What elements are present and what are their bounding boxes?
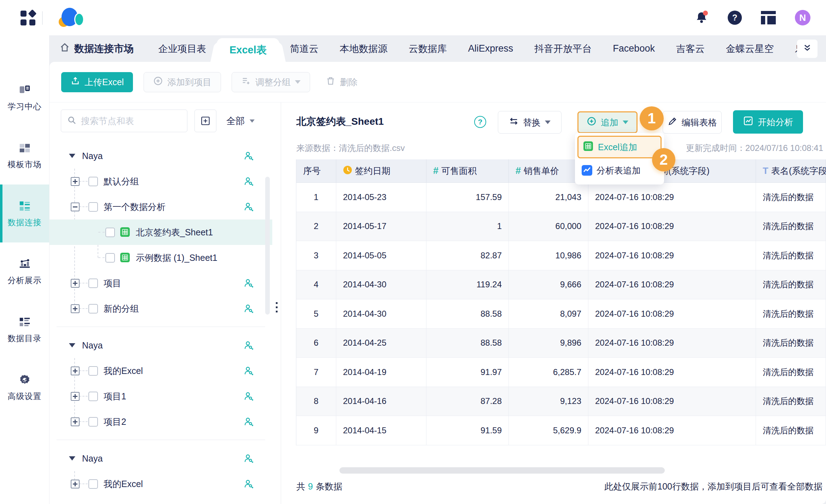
- brand-logo[interactable]: [59, 8, 84, 28]
- tab-aliexpress[interactable]: AliExpress: [458, 35, 524, 62]
- expand-icon[interactable]: [71, 367, 80, 375]
- tab-enterprise-project[interactable]: 企业项目表: [148, 35, 217, 62]
- sidebar-item-learning-center[interactable]: 学习中心: [0, 69, 49, 127]
- sidebar-item-analysis-display[interactable]: 分析展示: [0, 242, 49, 300]
- column-header[interactable]: 序号: [296, 159, 336, 183]
- permission-icon[interactable]: [243, 365, 254, 378]
- checkbox[interactable]: [88, 392, 98, 401]
- permission-icon[interactable]: [243, 479, 254, 491]
- tree-group-node[interactable]: 我的Excel: [50, 358, 272, 383]
- checkbox[interactable]: [88, 177, 98, 186]
- tree-group-node[interactable]: 新的分组: [50, 296, 272, 321]
- avatar[interactable]: N: [795, 10, 810, 25]
- permission-icon[interactable]: [243, 278, 254, 291]
- checkbox[interactable]: [88, 279, 98, 288]
- caret-down-icon[interactable]: [69, 456, 75, 461]
- tree-group-node[interactable]: 项目: [50, 270, 272, 296]
- tree-root-node[interactable]: Naya: [50, 446, 272, 471]
- replace-button[interactable]: 替换: [498, 111, 562, 134]
- menu-item-analysis-append[interactable]: 分析表追加: [577, 160, 662, 181]
- sidebar-item-template-market[interactable]: 模板市场: [0, 127, 49, 184]
- append-button[interactable]: 追加: [577, 111, 638, 133]
- sidebar-item-data-catalog[interactable]: 数据目录: [0, 300, 49, 358]
- tree-group-node[interactable]: 项目1: [50, 383, 272, 409]
- start-analysis-button[interactable]: 开始分析: [733, 110, 803, 134]
- tree-sheet-node[interactable]: 示例数据 (1)_Sheet1: [50, 245, 272, 270]
- tree-node-label[interactable]: 第一个数据分析: [104, 201, 165, 213]
- help-icon[interactable]: ?: [474, 116, 486, 128]
- panel-resize-handle[interactable]: [276, 302, 278, 312]
- tree-node-label[interactable]: Naya: [82, 340, 103, 351]
- expand-icon[interactable]: [71, 177, 80, 186]
- tree-sheet-node-selected[interactable]: 北京签约表_Sheet1: [50, 219, 272, 245]
- caret-down-icon[interactable]: [69, 343, 75, 347]
- add-to-project-button[interactable]: 添加到项目: [144, 72, 221, 92]
- scope-filter-dropdown[interactable]: 全部: [226, 115, 255, 127]
- checkbox[interactable]: [88, 417, 98, 427]
- permission-icon[interactable]: [243, 391, 254, 404]
- permission-icon[interactable]: [243, 201, 254, 214]
- notifications-bell-icon[interactable]: [694, 11, 709, 25]
- tab-jikeyun[interactable]: 吉客云: [665, 35, 715, 62]
- search-input[interactable]: [81, 116, 180, 126]
- tree-group-node[interactable]: 默认分组: [50, 169, 272, 194]
- tree-node-label[interactable]: Naya: [82, 453, 103, 464]
- tab-facebook[interactable]: Facebook: [602, 35, 665, 62]
- sidebar-item-data-connection[interactable]: 数据连接: [0, 184, 49, 242]
- checkbox[interactable]: [88, 479, 98, 489]
- permission-icon[interactable]: [243, 416, 254, 429]
- checkbox[interactable]: [105, 253, 115, 263]
- tree-root-node[interactable]: Naya: [50, 143, 272, 169]
- help-icon[interactable]: ?: [728, 11, 742, 25]
- tree-group-node[interactable]: 项目2: [50, 409, 272, 434]
- search-box[interactable]: [61, 110, 187, 132]
- tree-node-label[interactable]: 项目1: [104, 391, 126, 402]
- checkbox[interactable]: [88, 366, 98, 376]
- more-tabs-button[interactable]: [797, 40, 818, 58]
- tree-group-node[interactable]: 第一个数据分析: [50, 194, 272, 219]
- tab-cloud-database[interactable]: 云数据库: [398, 35, 458, 62]
- sidebar-item-advanced-settings[interactable]: 高级设置: [0, 358, 49, 416]
- dashboard-layout-icon[interactable]: [761, 11, 776, 24]
- expand-icon[interactable]: [71, 304, 80, 313]
- permission-icon[interactable]: [243, 176, 254, 189]
- caret-down-icon[interactable]: [69, 154, 75, 158]
- permission-icon[interactable]: [243, 453, 254, 466]
- tab-excel[interactable]: Excel表: [217, 38, 279, 62]
- horizontal-scrollbar[interactable]: [339, 467, 665, 474]
- tree-node-label[interactable]: 北京签约表_Sheet1: [136, 227, 213, 238]
- tree-node-label[interactable]: 默认分组: [104, 176, 139, 187]
- tree-root-node[interactable]: Naya: [50, 333, 272, 358]
- column-header[interactable]: # 可售面积: [426, 159, 509, 183]
- tree-node-label[interactable]: Naya: [82, 151, 103, 161]
- breadcrumb[interactable]: 数据连接市场: [59, 42, 134, 55]
- tree-node-label[interactable]: 我的Excel: [104, 365, 143, 377]
- tab-douyin-open-platform[interactable]: 抖音开放平台: [524, 35, 602, 62]
- tab-local-datasource[interactable]: 本地数据源: [329, 35, 398, 62]
- permission-icon[interactable]: [243, 303, 254, 316]
- permission-icon[interactable]: [243, 340, 254, 353]
- checkbox[interactable]: [88, 304, 98, 313]
- expand-icon[interactable]: [71, 279, 80, 288]
- tab-jiandaoyun[interactable]: 简道云: [279, 35, 329, 62]
- menu-item-excel-append[interactable]: Excel追加: [577, 136, 662, 158]
- tree-scrollbar[interactable]: [265, 177, 270, 315]
- edit-table-button[interactable]: 编辑表格: [663, 111, 722, 134]
- expand-icon[interactable]: [71, 480, 80, 488]
- expand-icon[interactable]: [71, 392, 80, 401]
- expand-icon[interactable]: [71, 417, 80, 426]
- tree-node-label[interactable]: 新的分组: [104, 303, 139, 315]
- column-header[interactable]: 签约日期: [336, 159, 426, 183]
- checkbox[interactable]: [105, 228, 115, 237]
- tab-kingdee-cloud[interactable]: 金蝶云星空: [715, 35, 784, 62]
- collapse-icon[interactable]: [71, 203, 80, 211]
- checkbox[interactable]: [88, 202, 98, 212]
- column-header[interactable]: T 表名(系统字段): [756, 159, 826, 183]
- permission-icon[interactable]: [243, 151, 254, 163]
- tree-node-label[interactable]: 项目: [104, 277, 121, 289]
- app-grid-icon[interactable]: [21, 11, 35, 25]
- tree-group-node[interactable]: 我的Excel: [50, 471, 272, 497]
- tree-node-label[interactable]: 示例数据 (1)_Sheet1: [136, 252, 217, 264]
- upload-excel-button[interactable]: 上传Excel: [61, 72, 133, 92]
- add-node-button[interactable]: [194, 110, 216, 132]
